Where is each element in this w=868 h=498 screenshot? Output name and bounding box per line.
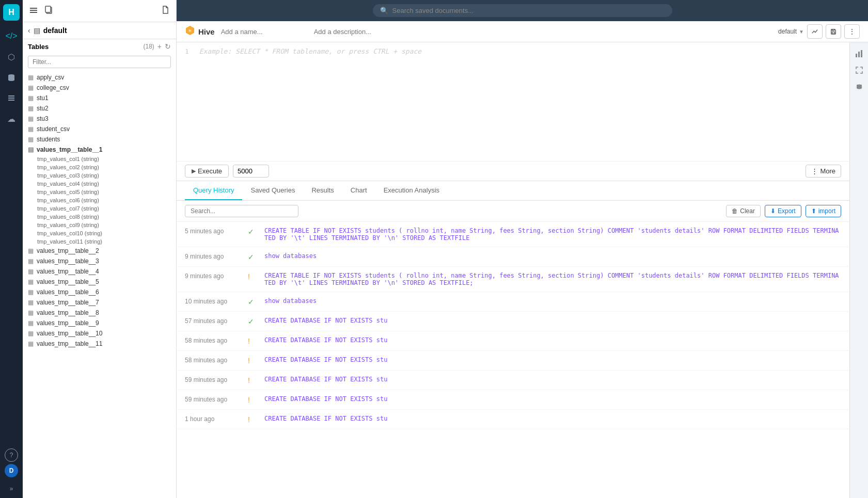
copy-icon[interactable]	[43, 4, 55, 18]
clear-button[interactable]: 🗑 Clear	[726, 205, 761, 217]
row-limit-input[interactable]	[233, 165, 269, 178]
table-item[interactable]: ▦ stu1	[23, 93, 176, 103]
table-item-expanded[interactable]: ▤ values_tmp__table__1	[23, 144, 176, 155]
table-item[interactable]: ▦ values_tmp__table__3	[23, 256, 176, 266]
table-item[interactable]: ▦ stu3	[23, 114, 176, 124]
table-name: stu1	[37, 94, 49, 102]
history-status-warning: !	[248, 272, 258, 281]
table-grid-icon: ▦	[28, 136, 34, 143]
search-input[interactable]	[392, 7, 665, 14]
stack-icon[interactable]	[28, 4, 39, 18]
table-grid-icon: ▦	[28, 340, 34, 347]
sidebar: ‹ ▤ default Tables (18) + ↻ ▦ apply_csv …	[23, 0, 177, 498]
table-item[interactable]: ▦ values_tmp__table__8	[23, 308, 176, 318]
export-button[interactable]: ⬇ Export	[765, 205, 801, 217]
history-row[interactable]: 1 hour ago ! CREATE DATABASE IF NOT EXIS…	[177, 410, 849, 429]
history-row[interactable]: 5 minutes ago ✓ CREATE TABLE IF NOT EXIS…	[177, 222, 849, 247]
history-row[interactable]: 9 minutes ago ✓ show databases	[177, 247, 849, 267]
history-status-warning: !	[248, 415, 258, 424]
table-item[interactable]: ▦ values_tmp__table__2	[23, 246, 176, 256]
app-logo[interactable]: H	[3, 4, 20, 21]
table-grid-icon: ▦	[28, 268, 34, 275]
import-button[interactable]: ⬆ import	[806, 205, 841, 217]
code-icon[interactable]: </>	[2, 27, 21, 45]
expand-rail-icon[interactable]: »	[2, 479, 21, 498]
table-filter-input[interactable]	[28, 56, 171, 68]
table-item[interactable]: ▦ values_tmp__table__4	[23, 266, 176, 277]
table-item[interactable]: ▦ stu2	[23, 103, 176, 114]
help-icon[interactable]: ?	[5, 448, 18, 462]
more-button[interactable]: ⋮ More	[806, 165, 841, 178]
layers-icon[interactable]: ⬡	[2, 47, 21, 66]
table-item[interactable]: ▦ college_csv	[23, 83, 176, 93]
tab-chart[interactable]: Chart	[342, 181, 375, 200]
database-right-icon[interactable]	[852, 79, 866, 94]
table-item[interactable]: ▦ values_tmp__table__5	[23, 277, 176, 287]
database-icon[interactable]	[2, 68, 21, 87]
column-item: tmp_values_col3 (string)	[23, 171, 176, 180]
svg-rect-5	[45, 6, 51, 12]
history-time: 57 minutes ago	[185, 317, 242, 325]
save-btn[interactable]	[826, 24, 841, 39]
query-desc-input[interactable]	[314, 28, 772, 36]
table-name: stu2	[37, 105, 49, 112]
history-status-success: ✓	[248, 317, 258, 326]
table-item[interactable]: ▦ students	[23, 134, 176, 144]
history-row[interactable]: 9 minutes ago ! CREATE TABLE IF NOT EXIS…	[177, 267, 849, 292]
table-item[interactable]: ▦ values_tmp__table__10	[23, 328, 176, 339]
history-row[interactable]: 58 minutes ago ! CREATE DATABASE IF NOT …	[177, 351, 849, 371]
table-item[interactable]: ▦ values_tmp__table__9	[23, 318, 176, 328]
table-item[interactable]: ▦ values_tmp__table__11	[23, 339, 176, 349]
tab-query-history[interactable]: Query History	[185, 181, 242, 200]
table-item[interactable]: ▦ values_tmp__table__6	[23, 287, 176, 297]
cloud-icon[interactable]: ☁	[2, 109, 21, 128]
code-editor[interactable]: 1 Example: SELECT * FROM tablename, or p…	[177, 42, 849, 161]
history-row[interactable]: 59 minutes ago ! CREATE DATABASE IF NOT …	[177, 390, 849, 410]
history-time: 9 minutes ago	[185, 252, 242, 260]
table-name: values_tmp__table__9	[37, 319, 99, 327]
table-item[interactable]: ▦ values_tmp__table__7	[23, 297, 176, 308]
table-grid-icon: ▦	[28, 125, 34, 133]
more-options-btn[interactable]: ⋮	[844, 24, 860, 39]
add-table-icon[interactable]: +	[157, 42, 162, 51]
user-avatar[interactable]: D	[5, 464, 18, 477]
svg-rect-9	[832, 29, 834, 31]
tab-saved-queries[interactable]: Saved Queries	[242, 181, 303, 200]
history-query: show databases	[264, 297, 841, 304]
history-time: 59 minutes ago	[185, 395, 242, 403]
table-grid-icon: ▦	[28, 94, 34, 102]
file-icon[interactable]	[160, 4, 171, 18]
table-item[interactable]: ▦ student_csv	[23, 124, 176, 134]
history-row[interactable]: 10 minutes ago ✓ show databases	[177, 292, 849, 312]
table-grid-icon: ▦	[28, 319, 34, 327]
table-grid-icon: ▦	[28, 247, 34, 254]
refresh-tables-icon[interactable]: ↻	[165, 42, 171, 51]
history-query: show databases	[264, 252, 841, 260]
query-history-panel: 🗑 Clear ⬇ Export ⬆ import	[177, 201, 849, 498]
default-chevron-icon[interactable]: ▼	[799, 29, 804, 35]
history-row[interactable]: 57 minutes ago ✓ CREATE DATABASE IF NOT …	[177, 312, 849, 331]
tab-results[interactable]: Results	[303, 181, 342, 200]
query-name-input[interactable]	[221, 28, 308, 36]
history-row[interactable]: 58 minutes ago ! CREATE DATABASE IF NOT …	[177, 331, 849, 351]
history-search-input[interactable]	[185, 205, 298, 217]
history-actions: 🗑 Clear ⬇ Export ⬆ import	[726, 205, 841, 217]
db-type-name: Hive	[198, 27, 215, 36]
tab-execution-analysis[interactable]: Execution Analysis	[375, 181, 448, 200]
editor-header-right: default ▼ ⋮	[778, 24, 860, 39]
back-arrow-icon[interactable]: ‹	[28, 26, 30, 35]
table-name: student_csv	[37, 125, 70, 133]
expand-icon[interactable]	[852, 63, 866, 77]
column-item: tmp_values_col7 (string)	[23, 204, 176, 213]
history-row[interactable]: 59 minutes ago ! CREATE DATABASE IF NOT …	[177, 371, 849, 390]
line-chart-btn[interactable]	[807, 24, 823, 39]
chart-icon[interactable]	[852, 46, 866, 61]
svg-rect-1	[8, 95, 14, 97]
table-item[interactable]: ▦ apply_csv	[23, 72, 176, 83]
import-label: import	[818, 207, 835, 215]
execute-button[interactable]: ▶ Execute	[185, 165, 229, 178]
svg-rect-10	[856, 54, 857, 57]
table-grid-icon: ▦	[28, 299, 34, 306]
history-query: CREATE DATABASE IF NOT EXISTS stu	[264, 356, 841, 363]
list-icon[interactable]	[2, 89, 21, 107]
